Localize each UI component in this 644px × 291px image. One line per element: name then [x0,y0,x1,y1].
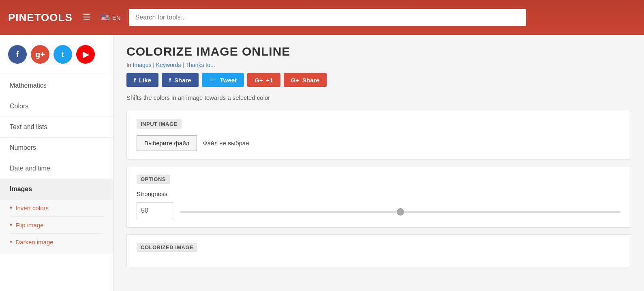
breadcrumb: In Images | Keywords | Thanks to... [126,62,631,68]
strongness-input[interactable] [137,202,173,219]
flag-icon: 🇺🇸 [101,13,110,22]
twitter-icon: 🐦 [209,76,217,84]
googleplus-plus1-button[interactable]: G+ +1 [247,73,280,87]
input-image-title: INPUT IMAGE [137,119,182,129]
sidebar-youtube-icon[interactable]: ▶ [76,45,95,64]
sidebar-submenu-images: Invert colors Flip image Darken image [0,200,113,254]
colorized-image-section: COLORIZED IMAGE [126,234,631,267]
file-no-selected-label: Файл не выбран [203,140,249,147]
logo-pine: PINE [8,11,34,24]
sidebar-item-darken-image[interactable]: Darken image [10,234,103,250]
sidebar-item-mathematics[interactable]: Mathematics [0,75,113,96]
fb-share-icon: f [169,77,171,84]
header: PINETOOLS ☰ 🇺🇸 EN [0,0,644,35]
sidebar-item-invert-colors[interactable]: Invert colors [10,200,103,217]
sidebar-divider [0,72,113,72]
sidebar-facebook-icon[interactable]: f [8,45,27,64]
options-section: OPTIONS Strongness [126,166,631,228]
twitter-tweet-button[interactable]: 🐦 Tweet [202,73,244,87]
social-share-buttons: f Like f Share 🐦 Tweet G+ +1 G+ Share [126,73,631,87]
hamburger-menu-icon[interactable]: ☰ [81,10,93,25]
language-selector[interactable]: 🇺🇸 EN [101,13,121,22]
fb-like-icon: f [134,77,136,84]
language-label: EN [112,14,121,21]
strongness-slider[interactable] [180,211,621,213]
strongness-row [137,202,621,219]
facebook-share-button[interactable]: f Share [162,73,199,87]
sidebar-item-date-and-time[interactable]: Date and time [0,158,113,179]
search-input[interactable] [129,9,526,26]
breadcrumb-keywords-link[interactable]: Keywords [156,62,181,68]
sidebar-social-icons: f g+ t ▶ [0,39,113,72]
sidebar-item-colors[interactable]: Colors [0,96,113,117]
gplus-icon: G+ [255,77,263,84]
colorized-image-title: COLORIZED IMAGE [137,243,197,252]
sidebar: f g+ t ▶ Mathematics Colors Text and lis… [0,35,113,291]
breadcrumb-thanks-link[interactable]: Thanks to... [186,62,215,68]
page-title: COLORIZE IMAGE ONLINE [126,45,631,58]
tool-description: Shifts the colors in an image towards a … [126,94,631,101]
sidebar-item-flip-image[interactable]: Flip image [10,217,103,234]
facebook-like-button[interactable]: f Like [126,73,158,87]
logo[interactable]: PINETOOLS [8,11,73,24]
layout: f g+ t ▶ Mathematics Colors Text and lis… [0,35,644,291]
header-content: PINETOOLS ☰ 🇺🇸 EN [8,9,636,26]
file-choose-button[interactable]: Выберите файл [137,135,197,151]
sidebar-item-text-and-lists[interactable]: Text and lists [0,117,113,138]
input-image-section: INPUT IMAGE Выберите файл Файл не выбран [126,111,631,160]
logo-tools: TOOLS [34,11,73,24]
breadcrumb-images-link[interactable]: Images [133,62,152,68]
sidebar-twitter-icon[interactable]: t [53,45,72,64]
main-content: COLORIZE IMAGE ONLINE In Images | Keywor… [113,35,644,291]
googleplus-share-button[interactable]: G+ Share [284,73,327,87]
file-input-row: Выберите файл Файл не выбран [137,135,621,151]
sidebar-item-images[interactable]: Images [0,179,113,200]
sidebar-item-numbers[interactable]: Numbers [0,138,113,158]
options-title: OPTIONS [137,175,170,184]
strongness-label: Strongness [137,190,621,197]
slider-container [180,207,621,214]
gplus-share-icon: G+ [291,77,299,84]
sidebar-googleplus-icon[interactable]: g+ [31,45,49,64]
